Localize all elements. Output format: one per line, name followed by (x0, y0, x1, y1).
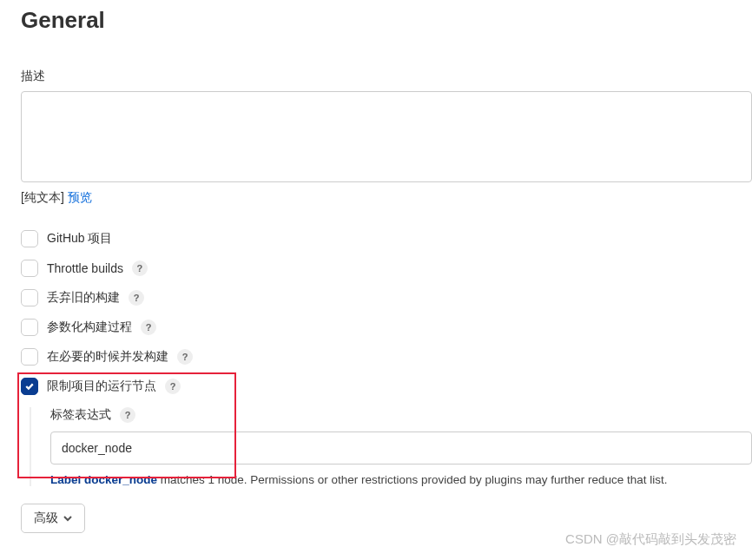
label-throttle-builds: Throttle builds (47, 261, 123, 275)
format-toggle: [纯文本] 预览 (21, 190, 752, 206)
help-icon[interactable]: ? (141, 320, 156, 335)
label-match-suffix: matches 1 node. Permissions or other res… (157, 473, 668, 486)
checkbox-discard-old[interactable] (21, 289, 38, 306)
checkbox-throttle-builds[interactable] (21, 260, 38, 277)
label-match-info: Label docker_node matches 1 node. Permis… (50, 473, 752, 486)
label-discard-old: 丢弃旧的构建 (47, 290, 120, 306)
advanced-button-label: 高级 (34, 511, 58, 526)
option-github-project: GitHub 项目 (21, 230, 752, 247)
help-icon[interactable]: ? (120, 407, 135, 423)
label-expression-label: 标签表达式 (50, 407, 111, 423)
help-icon[interactable]: ? (132, 260, 148, 276)
checkbox-restrict-node[interactable] (21, 378, 38, 395)
help-icon[interactable]: ? (177, 349, 193, 365)
description-textarea[interactable] (21, 91, 752, 182)
checkbox-github-project[interactable] (21, 230, 38, 247)
watermark: CSDN @敲代码敲到头发茂密 (565, 531, 736, 533)
option-throttle-builds: Throttle builds ? (21, 260, 752, 277)
checkbox-parameterized[interactable] (21, 319, 38, 336)
option-concurrent: 在必要的时候并发构建 ? (21, 348, 752, 366)
option-discard-old: 丢弃旧的构建 ? (21, 289, 752, 306)
chevron-down-icon (63, 511, 72, 525)
label-parameterized: 参数化构建过程 (47, 320, 132, 335)
advanced-button[interactable]: 高级 (21, 504, 85, 533)
plain-text-label: [纯文本] (21, 190, 64, 204)
label-expression-input[interactable] (50, 432, 752, 464)
label-match-prefix: Label docker_node (50, 473, 157, 486)
label-github-project: GitHub 项目 (47, 231, 112, 247)
preview-link[interactable]: 预览 (68, 190, 92, 204)
section-title: General (21, 7, 752, 34)
help-icon[interactable]: ? (129, 290, 144, 306)
description-label: 描述 (21, 69, 752, 84)
help-icon[interactable]: ? (165, 379, 181, 394)
label-expression-block: 标签表达式 ? Label docker_node matches 1 node… (30, 407, 752, 486)
label-restrict-node: 限制项目的运行节点 (47, 379, 156, 394)
restrict-node-section: 限制项目的运行节点 ? 标签表达式 ? Label docker_node ma… (21, 378, 752, 486)
option-parameterized: 参数化构建过程 ? (21, 319, 752, 336)
label-concurrent: 在必要的时候并发构建 (47, 349, 168, 365)
label-expression-header: 标签表达式 ? (50, 407, 752, 423)
option-restrict-node: 限制项目的运行节点 ? (21, 378, 752, 395)
checkbox-concurrent[interactable] (21, 348, 38, 366)
check-icon (24, 381, 35, 392)
